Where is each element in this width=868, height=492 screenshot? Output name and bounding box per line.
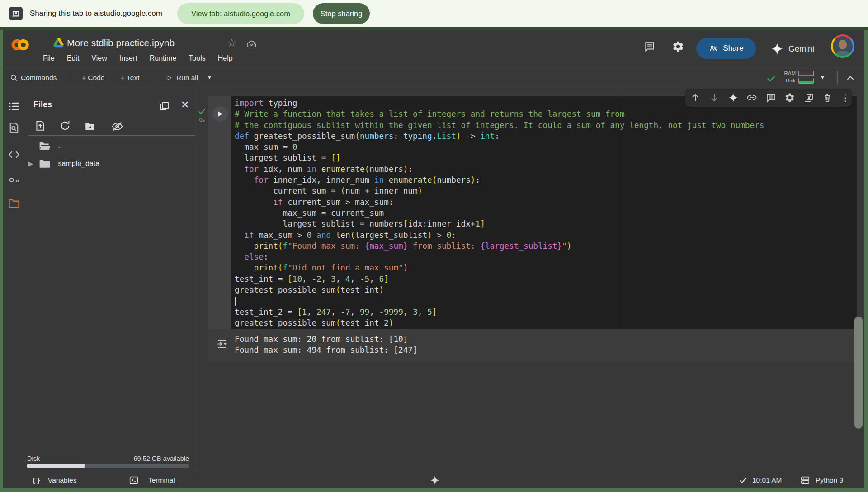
menu-file[interactable]: File [43, 54, 55, 62]
ram-meter[interactable] [798, 71, 814, 76]
code-line[interactable]: else: [235, 251, 764, 262]
code-lines: import typing# Write a function that tak… [235, 98, 764, 328]
code-line[interactable]: test_int_2 = [1, 247, -7, 99, -9999, 3, … [235, 307, 764, 317]
stop-sharing-button[interactable]: Stop sharing [313, 3, 370, 24]
run-cell-button[interactable] [212, 106, 228, 122]
cell-comment-icon[interactable] [765, 92, 776, 103]
notebook-title[interactable]: More stdlib practice.ipynb [67, 37, 175, 49]
code-line[interactable]: print(f"Found max sum: {max_sum} from su… [235, 241, 764, 251]
code-line[interactable]: max_sum = current_sum [235, 208, 764, 218]
gemini-spark-icon[interactable] [770, 42, 784, 56]
people-icon [708, 43, 718, 53]
files-folder-icon-active[interactable] [8, 197, 20, 210]
code-line[interactable]: greatest_possible_sum(test_int_2) [235, 317, 764, 328]
refresh-icon[interactable] [59, 120, 71, 132]
panel-divider[interactable] [196, 87, 196, 472]
star-icon[interactable]: ☆ [227, 37, 237, 49]
upload-file-icon[interactable] [34, 120, 46, 132]
menu-runtime[interactable]: Runtime [150, 54, 177, 62]
sharing-banner-text: Sharing this tab to aistudio.google.com [30, 0, 162, 27]
statusbar-spark-icon[interactable] [429, 475, 440, 486]
comments-icon[interactable] [644, 41, 656, 52]
code-snippets-icon[interactable] [8, 148, 20, 161]
terminal-button[interactable]: Terminal [148, 472, 175, 488]
tab-capture-border-right [864, 30, 868, 492]
mount-drive-icon[interactable] [84, 120, 96, 132]
secrets-key-icon[interactable] [8, 174, 20, 186]
tree-item-updir[interactable]: .. [39, 141, 62, 151]
move-cell-down-icon[interactable] [709, 92, 720, 103]
code-line[interactable]: largest_sublist = numbers[idx:inner_idx+… [235, 218, 764, 229]
popout-panel-icon[interactable] [159, 101, 170, 112]
share-button[interactable]: Share [696, 38, 756, 59]
code-line[interactable]: current_sum = (num + inner_num) [235, 185, 764, 196]
find-in-page-icon[interactable] [8, 122, 20, 134]
code-line[interactable] [235, 295, 764, 306]
code-line[interactable]: test_int = [10, -2, 3, 4, -5, 6] [235, 274, 764, 284]
code-line[interactable]: # Write a function that takes a list of … [235, 109, 764, 119]
toolbar-separator [156, 72, 156, 84]
cloud-check-icon [246, 39, 258, 50]
open-in-tab-icon[interactable] [803, 92, 814, 103]
code-line[interactable]: greatest_possible_sum(test_int) [235, 284, 764, 295]
delete-cell-icon[interactable] [822, 92, 833, 103]
copy-link-icon[interactable] [746, 92, 757, 103]
collapse-toolbar-icon[interactable] [845, 74, 855, 81]
view-tab-button[interactable]: View tab: aistudio.google.com [177, 3, 304, 24]
screen-share-icon [9, 7, 23, 20]
code-line[interactable]: largest_sublist = [] [235, 152, 764, 163]
status-time: 10:01 AM [752, 472, 782, 488]
menu-view[interactable]: View [91, 54, 107, 62]
code-line[interactable]: print(f"Did not find a max sum") [235, 262, 764, 273]
disk-meter[interactable] [798, 78, 814, 84]
expand-caret-icon[interactable]: ▶ [28, 160, 33, 167]
hide-hidden-files-icon[interactable] [111, 120, 123, 132]
gemini-label[interactable]: Gemini [788, 42, 814, 56]
code-line[interactable]: for idx, num in enumerate(numbers): [235, 164, 764, 175]
avatar[interactable] [831, 34, 854, 58]
code-line[interactable]: # the contiguous sublist within the give… [235, 120, 764, 131]
output-icon[interactable] [216, 338, 228, 350]
tab-sharing-banner: Sharing this tab to aistudio.google.com … [0, 0, 868, 27]
menu-help[interactable]: Help [218, 54, 233, 62]
disk-usage-label: Disk [27, 455, 40, 462]
code-line[interactable]: for inner_idx, inner_num in enumerate(nu… [235, 175, 764, 185]
files-divider [28, 135, 196, 136]
commands-button[interactable]: Commands [21, 68, 57, 87]
cell-gemini-spark-icon[interactable] [728, 92, 739, 103]
settings-gear-icon[interactable] [672, 40, 684, 53]
add-code-button[interactable]: + Code [82, 68, 104, 87]
tree-item-sample-data[interactable]: ▶ sample_data [28, 159, 99, 169]
runtime-label[interactable]: Python 3 [816, 472, 843, 488]
more-actions-icon[interactable]: ⋮ [841, 92, 847, 103]
cell-success-check-icon [198, 107, 207, 115]
notebook-toolbar: Commands + Code + Text ▷ Run all ▼ RAM D… [0, 68, 868, 87]
cell-gutter [208, 96, 231, 329]
code-line[interactable]: max_sum = 0 [235, 142, 764, 152]
code-line[interactable]: def greatest_possible_sum(numbers: typin… [235, 131, 764, 142]
menu-tools[interactable]: Tools [189, 54, 205, 62]
menu-edit[interactable]: Edit [67, 54, 80, 62]
run-all-caret-icon[interactable]: ▼ [207, 68, 212, 87]
add-text-button[interactable]: + Text [121, 68, 140, 87]
variables-button[interactable]: Variables [48, 472, 76, 488]
tab-capture-border-bottom [0, 488, 868, 492]
menu-insert[interactable]: Insert [119, 54, 137, 62]
resources-caret-icon[interactable]: ▼ [820, 68, 825, 87]
folder-icon [39, 159, 51, 169]
run-all-button[interactable]: Run all [176, 68, 198, 87]
scrollbar-thumb[interactable] [854, 317, 863, 429]
code-line[interactable]: import typing [235, 98, 764, 109]
status-bar: { } Variables Terminal 10:01 AM Python 3 [0, 472, 868, 488]
colab-app: Sharing this tab to aistudio.google.com … [0, 0, 868, 492]
run-all-play-icon: ▷ [167, 68, 172, 87]
colab-logo[interactable] [10, 34, 31, 55]
code-line[interactable]: if max_sum > 0 and len(largest_sublist) … [235, 230, 764, 241]
code-line[interactable]: if current_sum > max_sum: [235, 197, 764, 208]
text-cursor [235, 297, 236, 306]
close-panel-icon[interactable]: ✕ [181, 99, 189, 111]
table-of-contents-icon[interactable] [8, 100, 20, 113]
cell-settings-gear-icon[interactable] [784, 92, 795, 103]
move-cell-up-icon[interactable] [690, 92, 701, 103]
avatar-photo [833, 36, 853, 56]
